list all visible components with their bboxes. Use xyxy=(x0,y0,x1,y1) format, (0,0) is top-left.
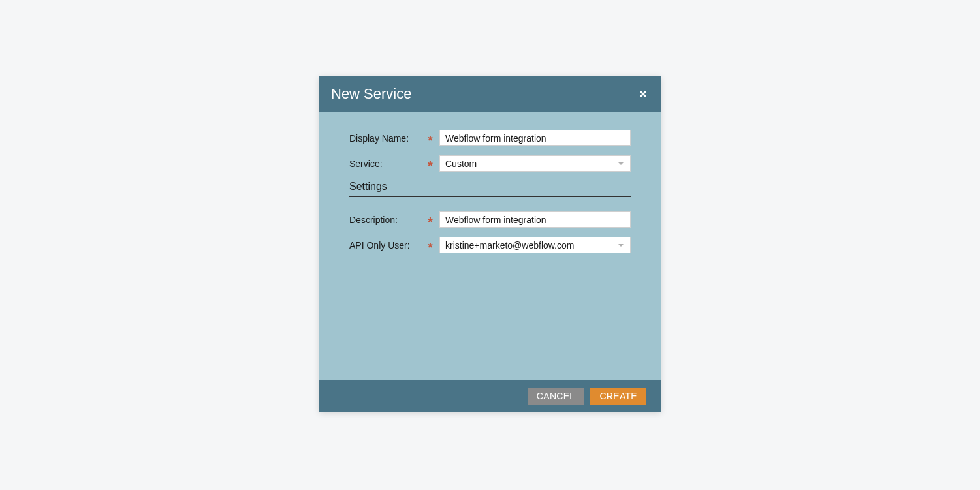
service-select-value: Custom xyxy=(445,159,618,169)
dialog-header: New Service xyxy=(319,76,661,112)
api-only-user-select-value: kristine+marketo@webflow.com xyxy=(445,240,618,251)
display-name-input[interactable] xyxy=(439,130,631,146)
required-asterisk-icon: * xyxy=(428,136,439,145)
required-asterisk-icon: * xyxy=(428,161,439,170)
description-input[interactable] xyxy=(439,211,631,228)
dialog-footer: CANCEL CREATE xyxy=(319,380,661,412)
settings-heading: Settings xyxy=(349,181,631,197)
api-only-user-select[interactable]: kristine+marketo@webflow.com xyxy=(439,237,631,253)
api-only-user-label: API Only User: xyxy=(349,240,428,251)
display-name-row: Display Name: * xyxy=(349,130,631,146)
cancel-button[interactable]: CANCEL xyxy=(528,388,584,405)
service-label: Service: xyxy=(349,159,428,169)
service-select[interactable]: Custom xyxy=(439,155,631,172)
create-button[interactable]: CREATE xyxy=(590,388,646,405)
dialog-body: Display Name: * Service: * Custom Settin… xyxy=(319,112,661,380)
dialog-title: New Service xyxy=(331,85,411,102)
new-service-dialog: New Service Display Name: * Service: * C… xyxy=(319,76,661,412)
chevron-down-icon xyxy=(618,162,624,165)
description-label: Description: xyxy=(349,215,428,225)
service-row: Service: * Custom xyxy=(349,155,631,172)
required-asterisk-icon: * xyxy=(428,217,439,226)
description-row: Description: * xyxy=(349,211,631,228)
close-icon[interactable] xyxy=(637,88,649,100)
chevron-down-icon xyxy=(618,244,624,247)
required-asterisk-icon: * xyxy=(428,243,439,252)
api-only-user-row: API Only User: * kristine+marketo@webflo… xyxy=(349,237,631,253)
display-name-label: Display Name: xyxy=(349,133,428,144)
